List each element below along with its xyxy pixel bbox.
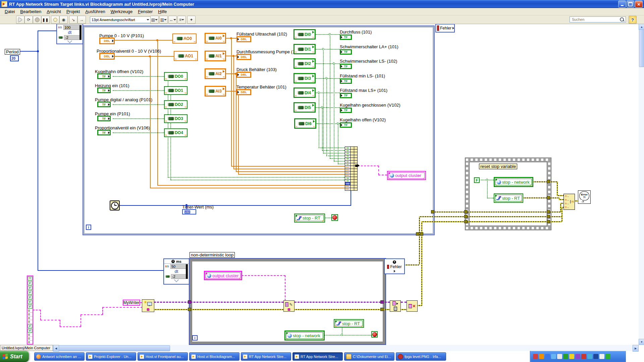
start-button[interactable]: Start xyxy=(0,351,29,362)
maximize-button[interactable] xyxy=(627,1,634,8)
processor-input[interactable]: -2 xyxy=(171,274,188,279)
fpga-io-node-di3[interactable]: DI3 xyxy=(293,73,316,83)
tray-icon[interactable] xyxy=(599,354,604,359)
scroll-right-icon[interactable]: ▶ xyxy=(633,345,639,352)
control-terminal-dbl[interactable]: DBL xyxy=(99,53,115,60)
tray-icon[interactable] xyxy=(539,354,544,359)
loop-stop-terminal[interactable] xyxy=(331,214,338,221)
font-selector[interactable]: 13pt Anwendungsschriftart xyxy=(90,16,151,23)
run-continuously-button[interactable]: ⟳ xyxy=(24,16,33,24)
taskbar-task-5[interactable]: RT App Network Stre... xyxy=(241,352,291,361)
fpga-io-node-ao0[interactable]: AO0 xyxy=(172,34,197,44)
indicator-tf[interactable]: TF xyxy=(340,35,352,40)
tray-icon[interactable] xyxy=(581,354,586,359)
menu-datei[interactable]: Datei xyxy=(2,8,17,15)
tray-icon[interactable] xyxy=(551,354,556,359)
tray-icon[interactable] xyxy=(533,354,538,359)
fpga-io-node-di6[interactable]: DI6 xyxy=(294,118,316,129)
fpga-io-node-ai2[interactable]: AI2 xyxy=(205,68,226,79)
shared-variable-stop-rt-read[interactable]: stop - RT xyxy=(294,214,325,223)
tray-icon[interactable] xyxy=(545,354,550,359)
iteration-terminal[interactable]: i xyxy=(192,335,198,341)
step-over-button[interactable]: → xyxy=(77,16,86,24)
fpga-io-node-di2[interactable]: DI2 xyxy=(293,58,316,69)
timed-loop-error-node[interactable]: Fehler xyxy=(384,258,405,274)
menu-ansicht[interactable]: Ansicht xyxy=(44,8,64,15)
scrollbar-thumb[interactable] xyxy=(59,345,170,351)
period-input[interactable]: 50 xyxy=(170,264,188,269)
timed-loop-error-node[interactable]: Fehler xyxy=(435,24,455,33)
menu-ausfuehren[interactable]: Ausführen xyxy=(83,8,108,15)
period-input[interactable]: 100 xyxy=(63,25,82,30)
taskbar-task-4[interactable]: Host.vi Blockdiagram... xyxy=(189,352,239,361)
search-input[interactable] xyxy=(570,16,626,22)
step-into-button[interactable]: ↘ xyxy=(69,16,77,24)
fpga-io-node-do0[interactable]: DO0 xyxy=(164,72,187,81)
run-button[interactable] xyxy=(16,16,24,24)
fpga-io-node-ai1[interactable]: AI1 xyxy=(205,51,226,61)
fpga-io-node-di1[interactable]: DI1 xyxy=(293,44,316,54)
fpga-io-node-ao1[interactable]: AO1 xyxy=(174,51,198,61)
taskbar-task-1[interactable]: Antwort schreiben an ... xyxy=(34,352,85,361)
dt-terminal[interactable]: dt xyxy=(165,269,188,274)
menu-fenster[interactable]: Fenster xyxy=(135,8,155,15)
string-constant-writer-name[interactable]: MyWriter xyxy=(123,300,140,306)
menu-projekt[interactable]: Projekt xyxy=(64,8,83,15)
shared-variable-stop-rt-read[interactable]: stop - RT xyxy=(334,319,364,328)
distribute-objects-button[interactable]: ▥ xyxy=(159,16,168,24)
taskbar-task-7[interactable]: C:\Dokumente und Ei... xyxy=(344,352,394,361)
language-indicator[interactable]: DE xyxy=(519,351,529,362)
menu-werkzeuge[interactable]: Werkzeuge xyxy=(108,8,136,15)
taskbar-clock[interactable]: 09:28 xyxy=(627,351,642,362)
tray-icon[interactable] xyxy=(563,354,568,359)
pause-button[interactable]: ❚❚ xyxy=(41,16,50,24)
write-stream-node[interactable] xyxy=(283,300,294,312)
control-terminal-tf[interactable]: TF xyxy=(97,73,111,79)
menu-hilfe[interactable]: Hilfe xyxy=(155,8,169,15)
close-button[interactable] xyxy=(635,1,643,8)
resize-objects-button[interactable]: ↔ xyxy=(168,16,177,24)
indicator-tf[interactable]: TF xyxy=(340,78,352,84)
indicator-dbl[interactable]: DBL xyxy=(236,54,251,60)
fpga-io-node-do1[interactable]: DO1 xyxy=(164,86,187,95)
tray-icon[interactable] xyxy=(569,354,574,359)
flush-stream-node[interactable] xyxy=(390,300,401,312)
fpga-io-node-do4[interactable]: DO4 xyxy=(164,128,187,137)
cleanup-diagram-button[interactable]: ✦ xyxy=(187,16,196,24)
fpga-io-node-do2[interactable]: DO2 xyxy=(164,100,187,109)
control-terminal-dbl[interactable]: DBL xyxy=(99,38,115,44)
tray-icon[interactable] xyxy=(557,354,562,359)
fpga-io-node-do3[interactable]: DO3 xyxy=(164,114,187,123)
scroll-left-icon[interactable]: ◀ xyxy=(53,345,59,352)
control-terminal-tf[interactable]: TF xyxy=(97,130,111,135)
indicator-dbl[interactable]: DBL xyxy=(236,72,251,78)
target-tab[interactable]: Untitled.lvproj/Mein Computer xyxy=(0,345,53,351)
scrollbar-thumb[interactable] xyxy=(639,29,644,67)
main-timed-loop[interactable] xyxy=(83,25,435,235)
tray-icon[interactable] xyxy=(575,354,580,359)
scroll-up-icon[interactable]: ▲ xyxy=(639,24,644,30)
taskbar-task-3[interactable]: Host.vi Frontpanel au... xyxy=(138,352,188,361)
indicator-tf[interactable]: TF xyxy=(340,122,352,128)
fpga-io-node-di5[interactable]: DI5 xyxy=(293,102,316,113)
window-titlebar[interactable]: RT App Network Stream Target links.vi Bl… xyxy=(0,0,644,8)
fpga-io-node-di0[interactable]: DI0 xyxy=(293,29,316,40)
merge-errors-node[interactable]: ?! ?! ?! ?! ?! xyxy=(564,194,575,210)
dt-terminal[interactable]: dt xyxy=(58,30,82,35)
abort-button[interactable] xyxy=(33,16,41,24)
scroll-down-icon[interactable]: ▼ xyxy=(639,339,644,345)
control-terminal-tf[interactable]: TF xyxy=(97,102,111,107)
shared-variable-stop-rt-write[interactable]: stop - RT xyxy=(494,193,523,203)
shared-variable-output-cluster-write[interactable]: output cluster xyxy=(387,171,426,180)
bundle-node[interactable]: TF TF TF TF TF TF TF DBL DBL DBL DBL TF … xyxy=(345,146,358,191)
shared-variable-stop-network-read[interactable]: stop - network xyxy=(284,330,325,341)
reorder-objects-button[interactable]: ≡ xyxy=(177,16,186,24)
simple-error-handler-node[interactable]: Error?! xyxy=(578,190,591,204)
tray-icon[interactable] xyxy=(593,354,598,359)
horizontal-scrollbar[interactable]: ◀ ▶ xyxy=(53,345,639,351)
align-objects-button[interactable]: ▤ xyxy=(150,16,159,24)
block-diagram-canvas[interactable]: ms 321100 dt -2 Period 20 i i Pumpe 0 - … xyxy=(0,0,639,345)
indicator-tf[interactable]: TF xyxy=(340,49,352,55)
cluster-constant[interactable]: T F F F F F F 0 0 0 0 F F 0 0 0 xyxy=(27,276,33,345)
destroy-stream-node[interactable] xyxy=(407,300,418,312)
